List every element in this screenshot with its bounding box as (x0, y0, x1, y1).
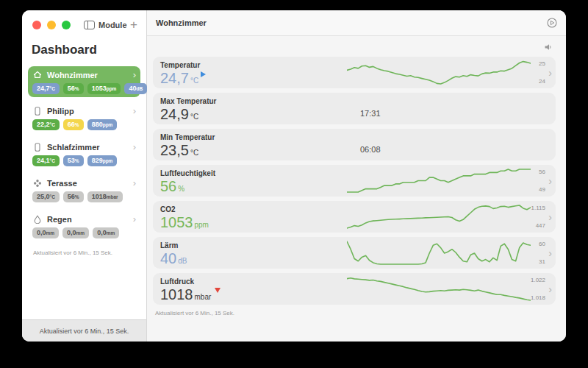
sensor-time: 17:31 (360, 109, 381, 118)
badge-value: 880 (92, 121, 103, 128)
badge-value: 0,0 (97, 229, 107, 236)
spark-min-label: 24 (539, 78, 545, 85)
sidebar-item-terasse[interactable]: Terasse›25,0°C56%1018mbar (28, 174, 140, 205)
sidebar-item-regen[interactable]: Regen›0,0mm0,0mm0,0mm (28, 210, 140, 241)
badge-unit: ppm (103, 122, 113, 127)
sidebar-item-row: Philipp› (32, 105, 136, 116)
sensor-badge: 24,7°C (32, 83, 60, 94)
sensor-unit: ppm (195, 222, 209, 230)
sensor-label: Max Temperatur (160, 97, 548, 105)
sensor-unit: °C (190, 113, 198, 121)
sensor-row-co2[interactable]: CO21053ppm1.115447› (153, 201, 556, 233)
house-icon (32, 71, 42, 79)
badge-unit: dB (136, 86, 143, 91)
sparkline-chart (347, 167, 531, 194)
sensor-badge: 25,0°C (32, 191, 60, 202)
badge-list: 25,0°C56%1018mbar (32, 191, 136, 202)
badge-unit: °C (50, 194, 55, 199)
chevron-right-icon[interactable]: › (548, 67, 552, 77)
sidebar-footer: Aktualisiert vor 6 Min., 15 Sek. (22, 319, 146, 342)
sensor-row-laerm[interactable]: Lärm40dB6031› (153, 237, 556, 269)
sidebar-item-list: Wohnzimmer›24,7°C56%1053ppm40dBPhilipp›2… (22, 66, 146, 247)
chevron-right-icon: › (133, 106, 136, 116)
sidebar-titlebar: Module + (22, 10, 146, 31)
sidebar-item-row: Wohnzimmer› (32, 69, 136, 80)
sensor-badge: 40dB (124, 83, 147, 94)
badge-value: 0,0 (67, 229, 76, 236)
badge-unit: ppm (103, 158, 113, 163)
module-icon (32, 107, 42, 116)
module-label: Module (98, 21, 127, 29)
sidebar-toggle-icon[interactable] (84, 21, 95, 29)
spark-min-label: 447 (536, 222, 545, 229)
module-icon (32, 143, 42, 152)
chevron-right-icon[interactable]: › (548, 211, 552, 222)
chevron-right-icon[interactable]: › (548, 175, 552, 185)
sensor-row-luftdruck[interactable]: Luftdruck1018mbar1.0221.018› (153, 273, 556, 305)
sidebar: Module + Dashboard Wohnzimmer›24,7°C56%1… (22, 10, 147, 342)
badge-unit: °C (50, 86, 55, 91)
chevron-right-icon: › (133, 214, 136, 224)
sidebar-item-philipp[interactable]: Philipp›22,2°C66%880ppm (28, 102, 140, 133)
sensor-row-max-temperatur: Max Temperatur24,9°C17:31 (153, 93, 556, 124)
sparkline-chart (347, 275, 531, 302)
sidebar-item-label: Regen (47, 215, 72, 224)
app-window: Module + Dashboard Wohnzimmer›24,7°C56%1… (22, 10, 566, 342)
badge-list: 24,7°C56%1053ppm40dB (32, 83, 136, 94)
sensor-badge: 0,0mm (62, 227, 89, 238)
sensor-label: Min Temperatur (160, 133, 548, 141)
main-content: Temperatur24,7°C2524›Max Temperatur24,9°… (147, 36, 566, 342)
sensor-unit: % (178, 185, 184, 194)
sensor-badge: 56% (63, 191, 84, 202)
sensor-badge: 66% (63, 119, 84, 130)
add-module-button[interactable]: + (130, 18, 137, 31)
spark-max-label: 25 (539, 60, 545, 67)
badge-value: 66 (68, 121, 75, 128)
main-updated-text: Aktualisiert vor 6 Min., 15 Sek. (155, 310, 556, 316)
close-window-button[interactable] (32, 21, 41, 29)
sensor-badge: 880ppm (87, 119, 118, 130)
chevron-right-icon[interactable]: › (548, 247, 552, 258)
main-area: Wohnzimmer Temperatur24,7°C2524›Max Temp… (147, 10, 566, 342)
main-header: Wohnzimmer (147, 10, 566, 36)
spark-min-label: 31 (539, 258, 545, 265)
badge-unit: mbar (107, 194, 118, 199)
badge-value: 1018 (92, 193, 107, 200)
speaker-icon[interactable] (544, 43, 553, 52)
sensor-row-temperatur[interactable]: Temperatur24,7°C2524› (153, 57, 556, 88)
sidebar-item-label: Philipp (47, 107, 74, 116)
sidebar-item-row: Terasse› (32, 177, 136, 188)
sensor-unit: °C (190, 149, 198, 158)
badge-unit: mm (46, 230, 55, 236)
sidebar-item-row: Regen› (32, 213, 136, 224)
sidebar-item-schlafzimmer[interactable]: Schlafzimmer›24,1°C53%829ppm (28, 138, 140, 169)
chevron-right-icon[interactable]: › (548, 283, 552, 294)
sidebar-item-row: Schlafzimmer› (32, 141, 136, 152)
sensor-unit: °C (190, 77, 198, 85)
spark-min-label: 49 (539, 186, 545, 193)
sidebar-item-label: Wohnzimmer (47, 71, 98, 79)
badge-value: 1053 (92, 85, 107, 92)
sensor-value: 24,7 (160, 71, 189, 85)
spark-max-label: 1.022 (531, 277, 545, 283)
zoom-window-button[interactable] (62, 21, 71, 29)
sensor-badge: 829ppm (87, 155, 118, 166)
badge-unit: % (75, 122, 79, 127)
sensor-badge: 53% (63, 155, 84, 166)
badge-value: 56 (68, 193, 75, 200)
badge-unit: ppm (107, 86, 117, 91)
sensor-badge: 0,0mm (32, 227, 59, 238)
sidebar-item-wohnzimmer[interactable]: Wohnzimmer›24,7°C56%1053ppm40dB (28, 66, 140, 97)
sensor-value-row: 23,5°C (160, 143, 548, 158)
badge-value: 22,2 (37, 121, 50, 128)
desktop-background: Module + Dashboard Wohnzimmer›24,7°C56%1… (0, 0, 588, 368)
sensor-row-luftfeuchtigkeit[interactable]: Luftfeuchtigkeit56%5649› (153, 165, 556, 197)
badge-value: 24,1 (37, 157, 50, 164)
minimize-window-button[interactable] (47, 21, 56, 29)
main-header-title: Wohnzimmer (156, 18, 207, 27)
sidebar-item-label: Terasse (47, 179, 77, 188)
sensor-unit: dB (178, 258, 187, 266)
play-circle-icon[interactable] (547, 18, 557, 28)
badge-value: 40 (129, 85, 136, 92)
speaker-row (153, 38, 556, 57)
